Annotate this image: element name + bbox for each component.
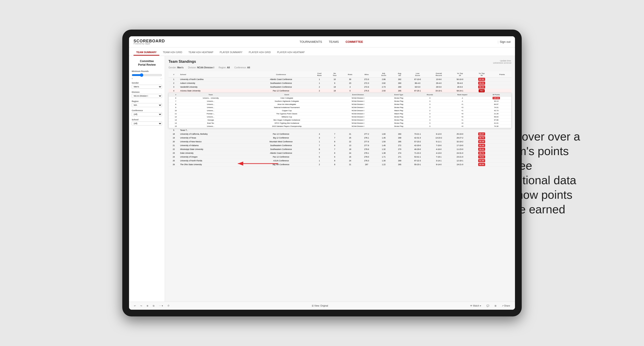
- conference-label: Conference: [132, 109, 162, 112]
- gender-select[interactable]: Men's Women's: [132, 85, 162, 89]
- cell-rnds: 4: [342, 85, 358, 89]
- cell-vs25: 50-10-0: [450, 78, 470, 81]
- cell-no-tour: 10: [328, 78, 342, 81]
- copy-button[interactable]: ⧉: [152, 304, 156, 308]
- exp-col-num: #: [169, 93, 183, 97]
- toolbar-left: ↩ ↪ ⊕ ⧉ ⋯ ▾ ⏱: [132, 304, 171, 308]
- zoom-button[interactable]: ⊕: [145, 304, 150, 308]
- cell-conf: Pac-12 Conference: [251, 89, 312, 93]
- table-row[interactable]: 2 Auburn University Southeastern Confere…: [168, 81, 512, 85]
- table-row[interactable]: 1 University of North Carolina Atlantic …: [168, 78, 512, 81]
- tab-team-summary[interactable]: TEAM SUMMARY: [134, 49, 159, 56]
- nav-committee[interactable]: COMMITTEE: [346, 39, 363, 44]
- school-label: School: [132, 119, 162, 121]
- expanded-detail-panel: # Team Event Event Division Event Type R…: [168, 93, 512, 128]
- main-content: CommitteePortal Review Minimum Rounds 0—…: [129, 56, 515, 302]
- filter-division: Division: NCAA Division I: [188, 66, 214, 69]
- standings-table: # School Conference ConfRank NoTour Rnds…: [168, 71, 512, 167]
- exp-col-points: W Points: [481, 93, 511, 97]
- col-rnds: Rnds: [342, 71, 358, 78]
- sign-out-button[interactable]: Sign out: [500, 40, 510, 43]
- expanded-row: 7Univers...Southern Highlands Collegiate…: [169, 100, 511, 103]
- sidebar-title: CommitteePortal Review: [132, 60, 162, 67]
- col-adj-score: Adj.Score: [375, 71, 392, 78]
- table-row[interactable]: 25University of North FloridaASUN Confer…: [168, 159, 512, 163]
- table-row[interactable]: 3 Vanderbilt University Southeastern Con…: [168, 85, 512, 89]
- table-row[interactable]: 21University of AlabamaSoutheastern Conf…: [168, 144, 512, 148]
- share-button[interactable]: ↗ Share: [500, 304, 512, 308]
- feedback-button[interactable]: 💬: [485, 304, 490, 308]
- cell-overall: 13-9-0: [428, 78, 449, 81]
- cell-no-tour: 9: [328, 81, 342, 85]
- update-time: Update time:13/03/2024 10:03:42: [493, 60, 512, 64]
- exp-col-division: Event Division: [335, 93, 381, 97]
- expanded-row: 11Florida I...The Cypress Point ClassicN…: [169, 112, 511, 115]
- sidebar-section-rounds: Minimum Rounds 0—: [132, 70, 162, 80]
- cell-vs50: 97.02: [470, 78, 493, 81]
- expanded-row: 6Univers... UniversityCeler CollegiateNC…: [169, 97, 511, 100]
- tab-player-summary[interactable]: PLAYER SUMMARY: [217, 49, 245, 56]
- table-row[interactable]: 20University of New MexicoMountain West …: [168, 140, 512, 144]
- logo-area: SCOREBOARD Powered by clippd: [134, 39, 165, 45]
- region-select[interactable]: N/A: [132, 103, 162, 107]
- col-rank: #: [168, 71, 179, 78]
- table-row[interactable]: 24University of OregonPac-12 Conference5…: [168, 155, 512, 159]
- more-button[interactable]: ⋯ ▾: [158, 304, 164, 308]
- table-row[interactable]: 4 Arizona State University Pac-12 Confer…: [168, 89, 512, 93]
- watch-button[interactable]: 👁 Watch ▾: [469, 304, 482, 308]
- col-avg-sg: Avg.SG: [392, 71, 407, 78]
- table-row[interactable]: 22Mississippi State UniversitySoutheaste…: [168, 148, 512, 151]
- grid-button[interactable]: ⊞: [493, 304, 498, 308]
- panel-title: Team Standings: [168, 60, 196, 64]
- nav-tournaments[interactable]: TOURNAMENTS: [300, 39, 322, 44]
- sidebar-section-gender: Gender Men's Women's: [132, 82, 162, 89]
- cell-points: [493, 85, 512, 89]
- min-rounds-label: Minimum Rounds: [132, 70, 162, 72]
- undo-button[interactable]: ↩: [132, 304, 137, 308]
- timer-button[interactable]: ⏱: [166, 304, 171, 308]
- table-row[interactable]: 26The Ohio State UniversityBig Ten Confe…: [168, 163, 512, 167]
- cell-vs50: 90.32: [470, 85, 493, 89]
- cell-school: Auburn University: [179, 81, 251, 85]
- nav-teams[interactable]: TEAMS: [329, 39, 339, 44]
- school-select[interactable]: (All): [132, 122, 162, 126]
- cell-adj: 2.50: [375, 89, 392, 93]
- cell-school: Arizona State University: [179, 89, 251, 93]
- sidebar-section-division: Division NCAA Division I: [132, 91, 162, 98]
- expanded-row: 8Univers...Amer An IntercollegiateNCAA D…: [169, 103, 511, 106]
- min-rounds-slider[interactable]: [132, 73, 162, 77]
- table-row[interactable]: 5Texas T...: [168, 128, 512, 132]
- expanded-row: 15Univers...2023 Sahalee Players Champio…: [169, 125, 511, 128]
- nav-divider: |: [498, 40, 498, 43]
- cell-school: Vanderbilt University: [179, 85, 251, 89]
- cell-conf-rank: 1: [312, 78, 328, 81]
- cell-avg: 269: [392, 85, 407, 89]
- conference-select[interactable]: (All): [132, 112, 162, 116]
- logo: SCOREBOARD Powered by clippd: [134, 39, 165, 45]
- tab-player-h2h-grid[interactable]: PLAYER H2H GRID: [246, 49, 274, 56]
- filter-conference: Conference: All: [234, 66, 250, 69]
- tab-team-h2h-heatmap[interactable]: TEAM H2H HEATMAP: [186, 49, 216, 56]
- tab-player-h2h-heatmap[interactable]: PLAYER H2H HEATMAP: [274, 49, 308, 56]
- table-row[interactable]: 19University of TexasBig 12 Conference37…: [168, 136, 512, 140]
- cell-low: 87-25-1: [407, 89, 428, 93]
- cell-adj: 2.82: [375, 81, 392, 85]
- exp-col-event: Event: [238, 93, 335, 97]
- cell-adj: 2.86: [375, 78, 392, 81]
- share-icon: ↗: [502, 305, 504, 307]
- col-vs25: Vs Top25: [450, 71, 470, 78]
- cell-vs25: 45-5-0: [450, 85, 470, 89]
- tablet-shell: SCOREBOARD Powered by clippd TOURNAMENTS…: [122, 29, 522, 317]
- table-row[interactable]: 23Duke UniversityAtlantic Coast Conferen…: [168, 151, 512, 155]
- cell-school: University of North Carolina: [179, 78, 251, 81]
- table-row[interactable]: 18University of California, BerkeleyPac-…: [168, 132, 512, 136]
- region-label: Region: [132, 100, 162, 102]
- toolbar-right: 👁 Watch ▾ 💬 ⊞ ↗ Share: [469, 304, 512, 308]
- cell-rank: 4: [168, 89, 179, 93]
- redo-button[interactable]: ↪: [139, 304, 144, 308]
- col-no-tour: NoTour: [328, 71, 342, 78]
- division-select[interactable]: NCAA Division I: [132, 94, 162, 98]
- cell-vs25: 58-24-1: [450, 89, 470, 93]
- tab-team-h2h-grid[interactable]: TEAM H2H GRID: [160, 49, 185, 56]
- expanded-row: 10Univers...Copper CupNCAA Division IMat…: [169, 109, 511, 112]
